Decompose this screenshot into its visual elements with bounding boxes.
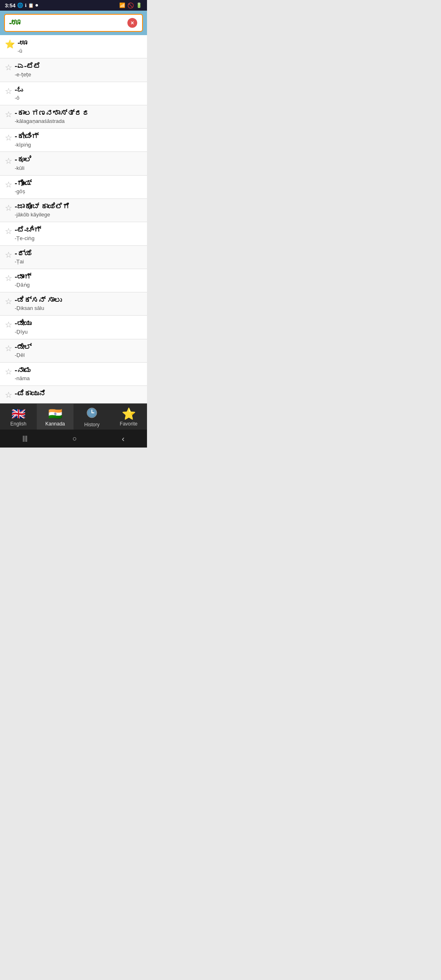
star-button[interactable]: ☆ bbox=[4, 62, 15, 72]
kannada-icon: 🇮🇳 bbox=[48, 408, 62, 420]
star-button[interactable]: ☆ bbox=[4, 320, 15, 330]
system-nav: ||| ○ ‹ bbox=[0, 430, 147, 448]
list-item: ☆-ಜಾಕೋಬ್ ಕಾಯಿಲೆಗೆ-jākōb kāyilege bbox=[0, 199, 147, 222]
globe-icon: 🌐 bbox=[17, 2, 23, 8]
word-content: -ಡಾಂಗ್-Ḍāṅg bbox=[15, 272, 31, 289]
bottom-nav: 🇬🇧English🇮🇳KannadaHistory⭐Favorite bbox=[0, 403, 147, 430]
search-bar: × bbox=[0, 11, 147, 35]
list-item: ☆-ಡಿಕ್ಸನ್ ಸಾಲು-Ḍiksan sālu bbox=[0, 292, 147, 316]
list-item: ☆-ಡೇಲ್-Ḍēl bbox=[0, 339, 147, 363]
word-content: -ಡೇಲ್-Ḍēl bbox=[15, 343, 31, 359]
word-kannada: -ಡೇಲ್ bbox=[15, 343, 31, 352]
status-left: 3:54 🌐 ℹ 📋 bbox=[5, 2, 38, 9]
word-kannada: -ಊ bbox=[18, 38, 27, 48]
word-latin: -gōṣ bbox=[15, 188, 31, 195]
star-button[interactable]: ☆ bbox=[4, 180, 15, 189]
star-button[interactable]: ☆ bbox=[4, 273, 15, 283]
dot-indicator bbox=[36, 4, 38, 7]
word-kannada: -ಟೆ-ಚಿಂಗ್ bbox=[15, 225, 41, 235]
history-label: History bbox=[84, 422, 99, 427]
star-button[interactable]: ☆ bbox=[4, 367, 15, 376]
star-button[interactable]: ⭐ bbox=[4, 39, 18, 49]
list-item: ☆-ಕೀಪಿಂಗ್-kīpiṅg bbox=[0, 129, 147, 152]
search-input-container: × bbox=[4, 14, 143, 32]
nav-item-history[interactable]: History bbox=[74, 404, 110, 430]
signal-blocked-icon: 🚫 bbox=[127, 2, 134, 9]
list-item: ☆-ನಾಮ-nāma bbox=[0, 363, 147, 386]
clear-icon: × bbox=[127, 18, 137, 28]
word-kannada: -ಕೂಲಿ bbox=[15, 155, 32, 165]
word-latin: -nāma bbox=[15, 375, 31, 382]
word-content: -ಡೀಯು-Ḍīyu bbox=[15, 319, 31, 335]
word-content: -ನಾಮ-nāma bbox=[15, 366, 31, 382]
list-item: ☆-ಡೀಯು-Ḍīyu bbox=[0, 316, 147, 339]
home-button[interactable]: ○ bbox=[66, 433, 83, 445]
word-latin: -ō bbox=[15, 95, 24, 102]
search-input[interactable] bbox=[9, 18, 127, 28]
star-button[interactable]: ☆ bbox=[4, 203, 15, 213]
word-content: -ಓ-ō bbox=[15, 85, 24, 102]
word-kannada: -ಕಾಲಗಣನಶಾಸ್ತ್ರದ bbox=[15, 109, 90, 118]
word-latin: -ū bbox=[18, 48, 27, 55]
word-content: -ಗೋಷ್-gōṣ bbox=[15, 179, 31, 195]
word-kannada: -ಡಾಂಗ್ bbox=[15, 272, 31, 282]
recent-apps-button[interactable]: ||| bbox=[16, 433, 34, 444]
favorite-icon: ⭐ bbox=[122, 408, 136, 420]
word-latin: -kālagaṇanaśāstrada bbox=[15, 118, 90, 125]
list-item: ☆-ಪಿಕಾಯುನೆ bbox=[0, 386, 147, 403]
word-kannada: -ಜಾಕೋಬ್ ಕಾಯಿಲೆಗೆ bbox=[15, 202, 70, 212]
history-icon bbox=[86, 407, 98, 421]
nav-item-kannada[interactable]: 🇮🇳Kannada bbox=[37, 404, 74, 430]
star-button[interactable]: ☆ bbox=[4, 156, 15, 166]
word-content: -ಜಾಕೋಬ್ ಕಾಯಿಲೆಗೆ-jākōb kāyilege bbox=[15, 202, 70, 218]
star-button[interactable]: ☆ bbox=[4, 133, 15, 143]
word-content: -ಪಿಕಾಯುನೆ bbox=[15, 389, 46, 399]
word-content: -ಕೀಪಿಂಗ್-kīpiṅg bbox=[15, 132, 38, 148]
word-kannada: -ಗೋಷ್ bbox=[15, 179, 31, 188]
star-button[interactable]: ☆ bbox=[4, 343, 15, 353]
word-kannada: -ಡೀಯು bbox=[15, 319, 31, 328]
word-kannada: -ಓ bbox=[15, 85, 24, 95]
list-item: ☆-ಠ್ಯೆ-Ṭai bbox=[0, 246, 147, 269]
status-right: 📶 🚫 🔋 bbox=[119, 2, 142, 9]
back-button[interactable]: ‹ bbox=[115, 432, 131, 445]
star-button[interactable]: ☆ bbox=[4, 86, 15, 96]
word-kannada: -ಠ್ಯೆ bbox=[15, 249, 32, 258]
nav-item-favorite[interactable]: ⭐Favorite bbox=[110, 404, 147, 430]
word-latin: -Ḍiksan sālu bbox=[15, 305, 62, 312]
list-item: ⭐-ಊ-ū bbox=[0, 35, 147, 58]
star-button[interactable]: ☆ bbox=[4, 390, 15, 400]
word-latin: -Ḍīyu bbox=[15, 329, 31, 336]
clear-button[interactable]: × bbox=[127, 17, 138, 29]
list-item: ☆-ಕಾಲಗಣನಶಾಸ್ತ್ರದ-kālagaṇanaśāstrada bbox=[0, 105, 147, 129]
kannada-label: Kannada bbox=[45, 421, 65, 426]
star-button[interactable]: ☆ bbox=[4, 109, 15, 119]
wifi-icon: 📶 bbox=[119, 2, 125, 8]
nav-item-english[interactable]: 🇬🇧English bbox=[0, 404, 37, 430]
word-content: -ಡಿಕ್ಸನ್ ಸಾಲು-Ḍiksan sālu bbox=[15, 296, 62, 312]
word-kannada: -ಎ-ಟೆಟೆ bbox=[15, 62, 40, 71]
list-item: ☆-ಡಾಂಗ್-Ḍāṅg bbox=[0, 269, 147, 292]
word-kannada: -ಕೀಪಿಂಗ್ bbox=[15, 132, 38, 141]
list-item: ☆-ಟೆ-ಚಿಂಗ್-Ṭe-ciṅg bbox=[0, 222, 147, 245]
word-content: -ಠ್ಯೆ-Ṭai bbox=[15, 249, 32, 265]
word-content: -ಟೆ-ಚಿಂಗ್-Ṭe-ciṅg bbox=[15, 225, 41, 242]
status-time: 3:54 bbox=[5, 2, 16, 9]
star-button[interactable]: ☆ bbox=[4, 250, 15, 260]
list-item: ☆-ಗೋಷ್-gōṣ bbox=[0, 176, 147, 199]
star-button[interactable]: ☆ bbox=[4, 226, 15, 236]
word-content: -ಕಾಲಗಣನಶಾಸ್ತ್ರದ-kālagaṇanaśāstrada bbox=[15, 109, 90, 125]
english-icon: 🇬🇧 bbox=[11, 408, 26, 420]
word-latin: -e-ṭeṭe bbox=[15, 71, 40, 78]
clipboard-icon: 📋 bbox=[28, 3, 34, 8]
word-latin: -jākōb kāyilege bbox=[15, 212, 70, 218]
word-latin: -Ṭai bbox=[15, 258, 32, 265]
word-latin: -Ḍāṅg bbox=[15, 282, 31, 289]
english-label: English bbox=[10, 421, 26, 426]
word-content: -ಊ-ū bbox=[18, 38, 27, 55]
info-icon: ℹ bbox=[25, 3, 27, 8]
battery-icon: 🔋 bbox=[136, 2, 142, 8]
word-content: -ಕೂಲಿ-kūli bbox=[15, 155, 32, 172]
word-latin: -kūli bbox=[15, 165, 32, 172]
star-button[interactable]: ☆ bbox=[4, 296, 15, 306]
